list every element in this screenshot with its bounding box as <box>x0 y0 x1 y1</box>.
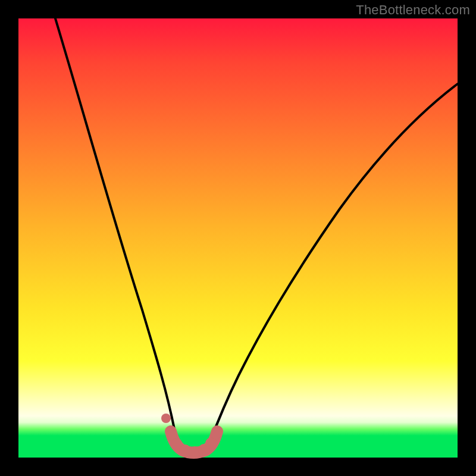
chart-container: TheBottleneck.com <box>0 0 476 476</box>
curve-right-branch <box>205 84 458 454</box>
marker-dot <box>166 430 177 440</box>
marker-dot <box>205 437 217 449</box>
watermark-text: TheBottleneck.com <box>356 2 470 18</box>
curve-layer <box>18 18 458 458</box>
marker-dot <box>161 414 171 423</box>
curve-left-branch <box>55 18 181 454</box>
marker-dot <box>211 428 221 439</box>
plot-area <box>18 18 458 458</box>
bottom-marker-cluster <box>161 414 221 458</box>
